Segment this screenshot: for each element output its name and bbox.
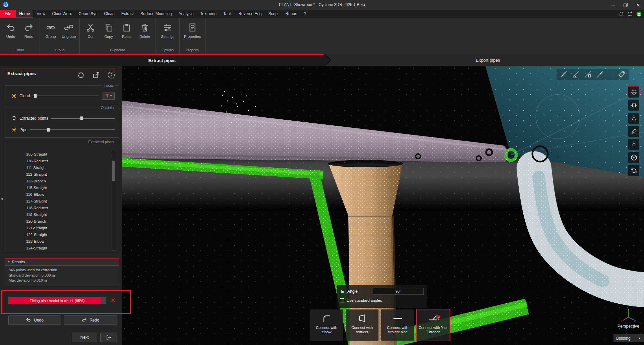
list-item[interactable]: 120-Branch <box>7 218 109 225</box>
list-item[interactable]: 119-Straight <box>7 211 109 218</box>
tab-clean[interactable]: Clean <box>101 10 118 18</box>
notifications-bell-icon[interactable] <box>619 11 624 17</box>
close-button[interactable]: × <box>632 0 644 10</box>
list-scrollbar[interactable] <box>112 151 116 251</box>
exit-tool-button[interactable] <box>100 333 117 342</box>
properties-button[interactable]: Properties <box>182 22 203 39</box>
help-button[interactable]: ? <box>107 71 116 79</box>
pipe-opacity-slider[interactable] <box>30 127 115 132</box>
lock-icon[interactable] <box>340 289 345 294</box>
list-item[interactable]: 116-Elbow <box>7 191 109 198</box>
tab-analysis[interactable]: Analysis <box>175 10 197 18</box>
building-dropdown[interactable]: Building ▲ <box>613 334 644 342</box>
tab-coord-sys[interactable]: Coord Sys <box>75 10 101 18</box>
history-icon <box>77 71 84 79</box>
tab-file[interactable]: File <box>0 10 16 18</box>
panel-undo-button[interactable]: Undo <box>8 315 61 325</box>
list-item[interactable]: 123-Elbow <box>7 238 109 245</box>
panel-collapse-handle[interactable]: ◀ <box>0 196 3 201</box>
panel-redo-button[interactable]: Redo <box>64 315 117 325</box>
undo-button[interactable]: Undo <box>2 22 19 39</box>
walkthrough-tool-button[interactable] <box>628 113 639 124</box>
tab-report[interactable]: Report <box>282 10 301 18</box>
export-button[interactable] <box>92 71 101 79</box>
tab-tank[interactable]: Tank <box>220 10 235 18</box>
cut-button[interactable]: Cut <box>82 22 99 39</box>
results-header[interactable]: ▾ Results <box>5 258 119 266</box>
cube-view-tool-button[interactable] <box>628 152 639 163</box>
list-item[interactable]: 105-Straight <box>7 151 109 158</box>
slider-thumb[interactable] <box>47 128 50 132</box>
pin-tool-button[interactable] <box>628 139 639 150</box>
tab-reverse-eng[interactable]: Reverse Eng <box>235 10 265 18</box>
tab-surface-modeling[interactable]: Surface Modeling <box>137 10 175 18</box>
list-item[interactable]: 117-Straight <box>7 198 109 205</box>
slider-thumb[interactable] <box>34 94 37 98</box>
workflow-step-extract-pipes[interactable]: Extract pipes <box>0 54 324 66</box>
exit-arrow-icon <box>106 334 112 340</box>
draw-tool-button[interactable] <box>628 126 639 137</box>
scrollbar-thumb[interactable] <box>112 161 115 181</box>
outputs-groupbox: Outputs Extracted points Pipe <box>5 108 119 138</box>
cloud-filter-button[interactable]: ▾ <box>102 93 115 100</box>
tab-home[interactable]: Home <box>16 10 33 18</box>
tab-help[interactable]: ? <box>301 10 310 18</box>
delete-button[interactable]: Delete <box>136 22 154 39</box>
group-button[interactable]: Group <box>42 22 59 39</box>
restore-icon <box>623 2 628 8</box>
tab-texturing[interactable]: Texturing <box>197 10 220 18</box>
slider-thumb[interactable] <box>80 116 83 120</box>
standard-angles-checkbox[interactable] <box>340 298 344 302</box>
next-button[interactable]: Next <box>72 333 97 342</box>
list-item[interactable]: 118-Reducer <box>7 205 109 211</box>
connect-with-reducer-button[interactable]: Connect with reducer <box>346 309 378 341</box>
measure-angle-icon[interactable] <box>572 70 580 78</box>
list-item[interactable]: 110-Reducer <box>7 158 109 164</box>
angle-input[interactable]: 90° <box>373 288 424 295</box>
redo-button[interactable]: Redo <box>20 22 38 39</box>
cancel-progress-button[interactable]: × <box>108 296 118 305</box>
user-account-icon[interactable] <box>636 11 642 17</box>
filter-dropdown-icon[interactable]: ▾ <box>110 94 112 98</box>
tab-cloudworx[interactable]: CloudWorx <box>49 10 75 18</box>
cloud-opacity-slider[interactable] <box>33 94 99 98</box>
measure-area-icon[interactable] <box>584 70 592 78</box>
ungroup-link-icon <box>64 23 73 32</box>
history-button[interactable] <box>76 71 85 79</box>
cut-scissors-icon <box>86 23 95 32</box>
measure-arc-icon[interactable] <box>596 70 604 78</box>
tab-extract[interactable]: Extract <box>118 10 137 18</box>
extracted-points-slider[interactable] <box>51 116 115 121</box>
list-item[interactable]: 115-Straight <box>7 184 109 191</box>
button-label: Connect with Y or T branch <box>417 326 450 334</box>
angle-label: Angle <box>347 289 358 294</box>
connect-with-y-or-t-branch-button[interactable]: Connect with Y or T branch <box>417 309 450 341</box>
results-line: 346 points used for extraction <box>9 268 119 273</box>
workflow-step-export-pipes[interactable]: Export pipes <box>332 54 644 66</box>
fit-view-tool-button[interactable] <box>628 100 639 111</box>
button-label: Properties <box>184 35 201 39</box>
sync-icon[interactable] <box>627 11 633 17</box>
copy-button[interactable]: Copy <box>100 22 117 39</box>
progress-bar: Fitting pipe model to cloud. (95%) <box>8 297 106 305</box>
label-tag-icon[interactable] <box>618 70 626 78</box>
tab-view[interactable]: View <box>33 10 49 18</box>
rotate-view-tool-button[interactable] <box>628 165 639 176</box>
restore-button[interactable] <box>619 0 632 10</box>
connect-with-elbow-button[interactable]: Connect with elbow <box>310 309 343 341</box>
list-item[interactable]: 124-Straight <box>7 245 109 251</box>
measure-length-icon[interactable] <box>560 70 568 78</box>
orbit-tool-button[interactable] <box>628 87 639 98</box>
tab-script[interactable]: Script <box>265 10 282 18</box>
list-item[interactable]: 122-Straight <box>7 231 109 238</box>
ungroup-button[interactable]: Ungroup <box>60 22 77 39</box>
settings-button[interactable]: Settings <box>158 22 177 39</box>
list-item[interactable]: 112-Straight <box>7 171 109 178</box>
connect-with-straight-pipe-button[interactable]: Connect with straight pipe <box>381 309 414 341</box>
list-item[interactable]: 121-Straight <box>7 225 109 231</box>
minimize-button[interactable] <box>607 0 619 10</box>
button-label: Group <box>46 35 56 39</box>
list-item[interactable]: 113-Branch <box>7 178 109 184</box>
paste-button[interactable]: Paste <box>118 22 135 39</box>
list-item[interactable]: 111-Straight <box>7 164 109 171</box>
